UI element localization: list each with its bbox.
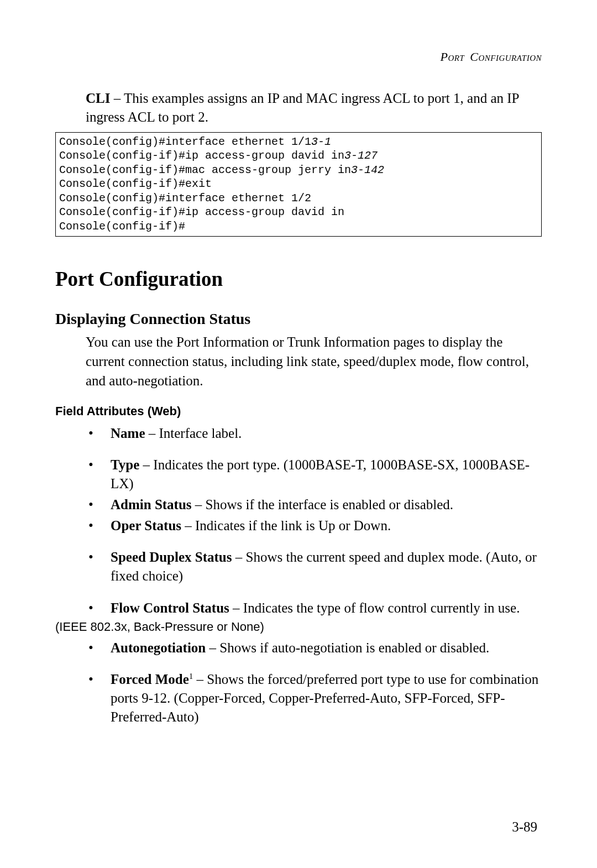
- attr-term: Flow Control Status: [111, 600, 229, 615]
- page-number: 3-89: [512, 819, 537, 835]
- cli-label: CLI: [86, 91, 110, 106]
- code-line-4-text: Console(config-if)#exit: [59, 177, 212, 190]
- attr-item-type: • Type – Indicates the port type. (1000B…: [86, 456, 542, 493]
- bullet-icon: •: [88, 456, 93, 474]
- attribute-list: • Name – Interface label. • Type – Indic…: [86, 424, 542, 618]
- code-line-3-text: Console(config-if)#mac access-group jerr…: [59, 164, 351, 176]
- attr-item-name: • Name – Interface label.: [86, 424, 542, 443]
- code-line-3-ref: 3-142: [351, 164, 384, 176]
- field-attributes-heading: Field Attributes (Web): [55, 404, 542, 419]
- code-line-1-text: Console(config)#interface ethernet 1/1: [59, 135, 311, 148]
- attr-term: Oper Status: [111, 518, 181, 533]
- subsection-title: Displaying Connection Status: [55, 310, 542, 328]
- bullet-icon: •: [88, 516, 93, 535]
- attr-term: Autonegotiation: [111, 640, 206, 655]
- attr-term: Type: [111, 457, 139, 472]
- attr-desc: – Shows if auto-negotiation is enabled o…: [206, 640, 489, 655]
- running-header-word2: Configuration: [470, 50, 542, 64]
- attribute-list-cont: • Autonegotiation – Shows if auto-negoti…: [86, 639, 542, 726]
- bullet-icon: •: [88, 424, 93, 443]
- attr-desc: – Indicates if the link is Up or Down.: [181, 518, 391, 533]
- document-page: Port Configuration CLI – This examples a…: [0, 0, 597, 868]
- attr-desc: – Indicates the type of flow control cur…: [229, 600, 520, 615]
- attr-item-admin-status: • Admin Status – Shows if the interface …: [86, 495, 542, 514]
- attr-term: Admin Status: [111, 497, 192, 512]
- attr-desc: – Shows if the interface is enabled or d…: [192, 497, 453, 512]
- bullet-icon: •: [88, 495, 93, 514]
- bullet-icon: •: [88, 599, 93, 618]
- section-title: Port Configuration: [55, 267, 542, 291]
- code-line-6-text: Console(config-if)#ip access-group david…: [59, 206, 344, 218]
- attr-item-autonegotiation: • Autonegotiation – Shows if auto-negoti…: [86, 639, 542, 657]
- code-line-5-text: Console(config)#interface ethernet 1/2: [59, 192, 311, 205]
- attr-item-flow-control: • Flow Control Status – Indicates the ty…: [86, 599, 542, 618]
- attr-item-forced-mode: • Forced Mode1 – Shows the forced/prefer…: [86, 670, 542, 726]
- attr-term: Speed Duplex Status: [111, 550, 232, 564]
- attr-item-oper-status: • Oper Status – Indicates if the link is…: [86, 516, 542, 535]
- attr-term: Forced Mode: [111, 672, 189, 687]
- cli-intro-text: – This examples assigns an IP and MAC in…: [86, 91, 519, 124]
- body-paragraph: You can use the Port Information or Trun…: [86, 332, 542, 390]
- running-header: Port Configuration: [55, 50, 542, 64]
- cli-intro-paragraph: CLI – This examples assigns an IP and MA…: [86, 89, 542, 127]
- bullet-icon: •: [88, 548, 93, 567]
- code-line-2-ref: 3-127: [344, 149, 378, 162]
- code-line-1-ref: 3-1: [311, 135, 331, 148]
- flow-control-note: (IEEE 802.3x, Back-Pressure or None): [55, 620, 542, 634]
- running-header-word1: Port: [440, 50, 464, 64]
- cli-code-block: Console(config)#interface ethernet 1/13-…: [55, 132, 542, 237]
- attr-desc: – Indicates the port type. (1000BASE-T, …: [111, 457, 530, 491]
- attr-item-speed-duplex: • Speed Duplex Status – Shows the curren…: [86, 548, 542, 585]
- attr-desc: – Interface label.: [145, 426, 242, 441]
- code-line-2-text: Console(config-if)#ip access-group david…: [59, 149, 344, 162]
- attr-term: Name: [111, 426, 145, 441]
- bullet-icon: •: [88, 670, 93, 689]
- code-line-7-text: Console(config-if)#: [59, 220, 185, 233]
- bullet-icon: •: [88, 639, 93, 657]
